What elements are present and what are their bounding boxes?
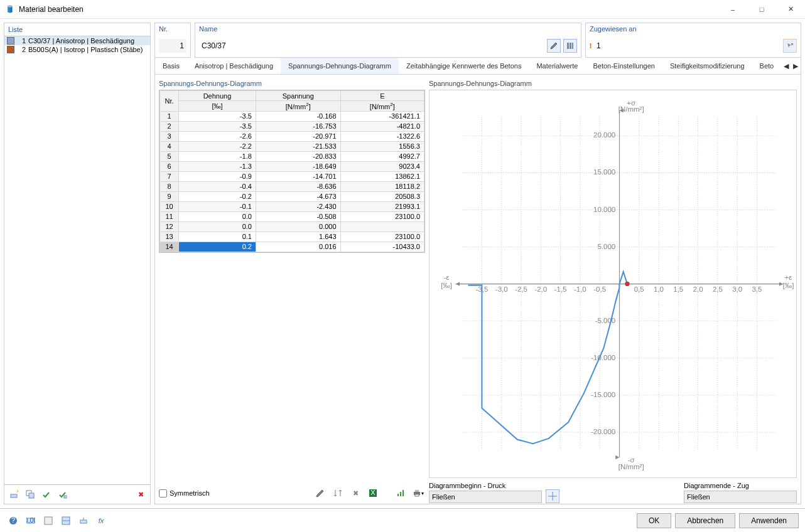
new-item-button[interactable]: ✶: [7, 487, 21, 501]
check-b-button[interactable]: [56, 487, 70, 501]
svg-text:[N/mm²]: [N/mm²]: [619, 105, 644, 113]
materials-list-panel: Liste 1 C30/37 | Anisotrop | Beschädigun…: [4, 23, 151, 504]
apply-button[interactable]: Anwenden: [739, 513, 799, 528]
material-swatch-icon: [7, 37, 14, 45]
stress-strain-chart: -3,5-3,0-2,5-2,0-1,5-1,0-0,50,51,01,52,0…: [429, 90, 797, 478]
assigned-input[interactable]: [594, 39, 781, 53]
svg-text:?: ?: [11, 516, 15, 524]
check-a-button[interactable]: [40, 487, 53, 501]
table-row[interactable]: 7 -0.9 -14.70113862.1: [160, 171, 424, 181]
materials-list[interactable]: 1 C30/37 | Anisotrop | Beschädigung 2 B5…: [4, 36, 150, 484]
svg-text:-15.000: -15.000: [591, 391, 615, 398]
function-button[interactable]: fx: [94, 514, 108, 528]
chart-settings-button[interactable]: [394, 486, 408, 500]
svg-text:-1,5: -1,5: [554, 285, 567, 293]
copy-item-button[interactable]: [23, 487, 37, 501]
edit-name-button[interactable]: [547, 39, 561, 53]
name-field-box: Name: [195, 23, 581, 58]
view-c-button[interactable]: [77, 514, 90, 528]
table-row[interactable]: 3 -2.6 -20.971-1322.6: [160, 131, 424, 141]
close-button[interactable]: ✕: [776, 0, 805, 19]
svg-point-73: [625, 282, 629, 286]
tab-beton-einstellungen[interactable]: Beton-Einstellungen: [585, 58, 662, 74]
table-row[interactable]: 5 -1.8 -20.8334992.7: [160, 151, 424, 161]
svg-rect-14: [403, 490, 404, 496]
maximize-button[interactable]: □: [747, 0, 776, 19]
table-row[interactable]: 8 -0.4 -8.63618118.2: [160, 181, 424, 191]
svg-rect-13: [400, 492, 401, 496]
diagram-end-label: Diagrammende - Zug: [684, 482, 797, 489]
svg-text:-20.000: -20.000: [591, 428, 615, 435]
tab-basis[interactable]: Basis: [155, 58, 187, 74]
symmetric-checkbox[interactable]: Symmetrisch: [159, 489, 210, 497]
material-num: 1: [17, 37, 26, 45]
view-b-button[interactable]: [59, 514, 73, 528]
view-a-button[interactable]: [41, 514, 55, 528]
material-list-item[interactable]: 1 C30/37 | Anisotrop | Beschädigung: [4, 36, 150, 45]
table-row[interactable]: 12 0.0 0.000: [160, 221, 424, 231]
table-row[interactable]: 9 -0.2 -4.67320508.3: [160, 191, 424, 201]
svg-text:0,5: 0,5: [634, 285, 644, 293]
diagram-begin-input[interactable]: [429, 491, 542, 503]
svg-text:-3,0: -3,0: [495, 285, 508, 293]
svg-text:2,0: 2,0: [693, 285, 703, 293]
svg-rect-7: [572, 43, 573, 49]
svg-text:2,5: 2,5: [713, 285, 723, 293]
table-row[interactable]: 13 0.1 1.64323100.0: [160, 231, 424, 242]
svg-rect-80: [45, 517, 52, 524]
table-row[interactable]: 11 0.0 -0.50823100.0: [160, 211, 424, 221]
delete-row-button[interactable]: ✖: [348, 486, 362, 500]
diagram-begin-box: Diagrammbeginn - Druck: [429, 482, 542, 503]
table-row[interactable]: 2 -3.5 -16.753-4821.0: [160, 121, 424, 131]
edit-cell-button[interactable]: [313, 486, 327, 500]
symmetric-checkbox-input[interactable]: [159, 489, 167, 497]
units-button[interactable]: 0,00: [24, 514, 38, 528]
pick-assigned-button[interactable]: [783, 39, 797, 53]
ok-button[interactable]: OK: [637, 513, 671, 528]
tab-scroll-left[interactable]: ◀: [781, 58, 791, 74]
list-header: Liste: [4, 23, 150, 36]
svg-text:-10.000: -10.000: [591, 354, 615, 361]
table-row[interactable]: 6 -1.3 -18.6499023.4: [160, 161, 424, 171]
tab-materialwerte[interactable]: Materialwerte: [529, 58, 585, 74]
svg-text:-0,5: -0,5: [593, 285, 606, 293]
nr-label: Nr.: [155, 23, 190, 35]
col-stress[interactable]: Spannung: [256, 91, 340, 101]
tab-spannungs-dehnungs-diagramm[interactable]: Spannungs-Dehnungs-Diagramm: [281, 58, 399, 74]
minimize-button[interactable]: –: [718, 0, 747, 19]
tab-zeitabh-ngige-kennwerte-des-betons[interactable]: Zeitabhängige Kennwerte des Betons: [399, 58, 529, 74]
print-button[interactable]: ▾: [411, 486, 425, 500]
svg-text:-2,5: -2,5: [515, 285, 527, 293]
titlebar: 🛢️ Material bearbeiten – □ ✕: [0, 0, 805, 19]
help-button[interactable]: ?: [6, 514, 20, 528]
chart-tool-button[interactable]: [546, 489, 559, 503]
name-input[interactable]: [199, 39, 544, 53]
data-table-panel: Spannungs-Dehnungs-Diagramm Nr. Dehnung …: [159, 78, 425, 500]
diagram-end-input[interactable]: [684, 491, 797, 503]
sort-button[interactable]: [331, 486, 345, 500]
svg-text:3,0: 3,0: [732, 285, 742, 293]
svg-rect-16: [415, 490, 419, 492]
tab-steifigkeitsmodifizierung[interactable]: Steifigkeitsmodifizierung: [662, 58, 752, 74]
col-e[interactable]: E: [340, 91, 424, 101]
window-title: Material bearbeiten: [19, 5, 84, 14]
material-list-item[interactable]: 2 B500S(A) | Isotrop | Plastisch (Stäbe): [4, 45, 150, 54]
col-strain[interactable]: Dehnung: [179, 91, 256, 101]
tab-beto[interactable]: Beto: [752, 58, 782, 74]
export-excel-button[interactable]: X: [366, 486, 380, 500]
table-row[interactable]: 14 0.2 0.016-10433.0: [160, 242, 424, 252]
nr-input[interactable]: [159, 39, 186, 53]
delete-button[interactable]: ✖: [134, 487, 148, 501]
tab-scroll-right[interactable]: ▶: [791, 58, 801, 74]
table-row[interactable]: 10 -0.1 -2.43021993.1: [160, 201, 424, 211]
tab-anisotrop-besch-digung[interactable]: Anisotrop | Beschädigung: [187, 58, 281, 74]
stress-strain-grid[interactable]: Nr. Dehnung Spannung E [‰][N/mm2][N/mm2]…: [159, 90, 425, 253]
svg-text:15.000: 15.000: [593, 168, 615, 176]
table-row[interactable]: 4 -2.2 -21.5331556.3: [160, 141, 424, 151]
svg-text:[‰]: [‰]: [783, 282, 794, 289]
table-row[interactable]: 1 -3.5 -0.168-361421.1: [160, 111, 424, 121]
cancel-button[interactable]: Abbrechen: [675, 513, 735, 528]
assigned-field-box: Zugewiesen an I: [585, 23, 801, 58]
col-nr[interactable]: Nr.: [160, 91, 179, 112]
library-button[interactable]: [563, 39, 577, 53]
